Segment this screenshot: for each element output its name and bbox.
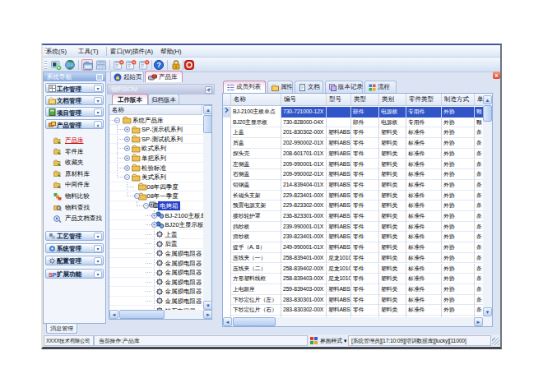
svg-text:P: P: [53, 270, 57, 278]
svg-text:?: ?: [156, 61, 160, 69]
